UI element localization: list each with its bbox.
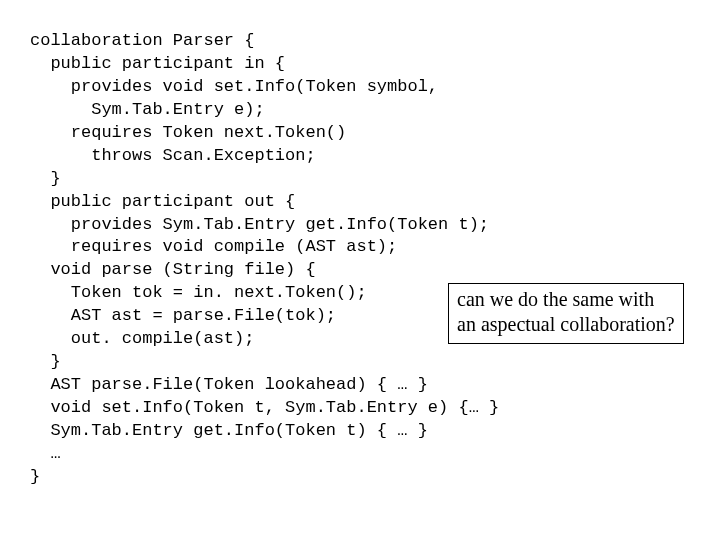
code-line: Token tok = in. next.Token();	[30, 283, 367, 302]
code-line: }	[30, 467, 40, 486]
code-line: collaboration Parser {	[30, 31, 254, 50]
code-line: …	[30, 444, 61, 463]
code-line: public participant out {	[30, 192, 295, 211]
code-line: Sym.Tab.Entry e);	[30, 100, 265, 119]
code-line: requires void compile (AST ast);	[30, 237, 397, 256]
code-line: provides Sym.Tab.Entry get.Info(Token t)…	[30, 215, 489, 234]
code-line: throws Scan.Exception;	[30, 146, 316, 165]
code-line: AST parse.File(Token lookahead) { … }	[30, 375, 428, 394]
code-line: Sym.Tab.Entry get.Info(Token t) { … }	[30, 421, 428, 440]
code-line: requires Token next.Token()	[30, 123, 346, 142]
callout-text: can we do the same with an aspectual col…	[457, 288, 675, 335]
code-line: out. compile(ast);	[30, 329, 254, 348]
code-line: provides void set.Info(Token symbol,	[30, 77, 438, 96]
code-line: }	[30, 352, 61, 371]
code-line: AST ast = parse.File(tok);	[30, 306, 336, 325]
code-line: public participant in {	[30, 54, 285, 73]
callout-box: can we do the same with an aspectual col…	[448, 283, 684, 344]
code-line: }	[30, 169, 61, 188]
code-line: void parse (String file) {	[30, 260, 316, 279]
code-block: collaboration Parser { public participan…	[30, 30, 499, 489]
code-line: void set.Info(Token t, Sym.Tab.Entry e) …	[30, 398, 499, 417]
